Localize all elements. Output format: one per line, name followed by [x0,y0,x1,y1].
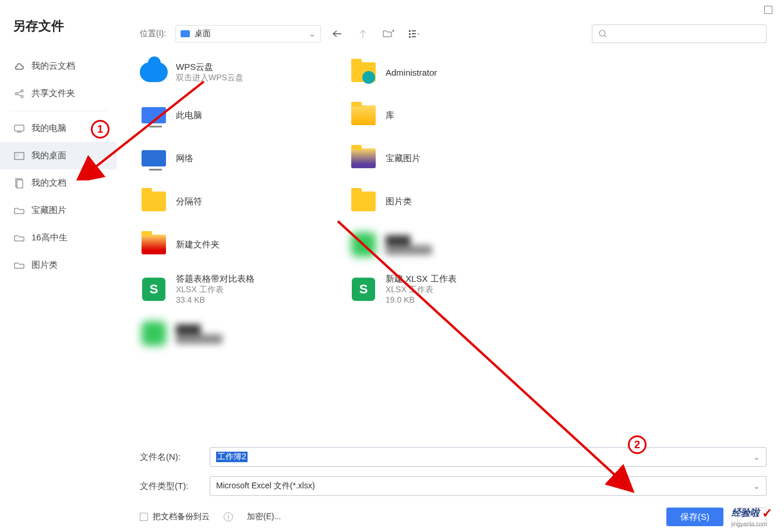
annotation-marker-2: 2 [628,435,647,454]
toolbar: 位置(I): 桌面 ⌄ [116,0,767,55]
file-item-fengefu[interactable]: 分隔符 [140,184,349,219]
documents-icon [14,178,24,189]
cloud-icon [14,61,24,72]
dialog-title: 另存文件 [0,12,116,52]
save-button[interactable]: 保存(S) [666,508,723,526]
xlsx-icon: S [140,275,168,303]
file-list: WPS云盘双击进入WPS云盘 Administrator 此电脑 库 网络 [116,55,767,447]
file-item-blurred[interactable]: ████████████ [349,227,559,262]
file-item-newfolder[interactable]: 新建文件夹 [140,227,349,262]
svg-point-6 [18,154,19,154]
file-item-network[interactable]: 网络 [140,141,349,176]
sidebar-item-label: 我的电脑 [31,123,66,134]
svg-point-0 [15,93,17,95]
up-button[interactable] [354,26,372,42]
file-item-tupian[interactable]: 图片类 [349,184,559,219]
filetype-select[interactable]: Microsoft Excel 文件(*.xlsx) ⌄ [210,476,767,496]
chevron-down-icon[interactable]: ⌄ [753,452,760,462]
app-icon [349,230,377,258]
library-icon [349,101,377,129]
window-controls [764,6,772,14]
folder-icon [349,187,377,215]
network-icon [140,144,168,172]
svg-rect-13 [409,36,411,38]
sidebar-item-label: 宝藏图片 [31,205,66,216]
folder-icon [14,260,24,271]
svg-rect-3 [15,125,24,131]
location-label: 位置(I): [140,29,166,39]
svg-rect-12 [409,33,411,35]
user-folder-icon [349,58,377,86]
sidebar-item-label: 我的文档 [31,178,66,189]
bottom-bar: 把文档备份到云 i 加密(E)... 保存(S) [116,505,767,532]
sidebar-item-label: 我的桌面 [31,150,66,161]
filename-label: 文件名(N): [140,452,198,463]
xlsx-icon: S [349,275,377,303]
file-item-administrator[interactable]: Administrator [349,55,559,90]
folder-icon [349,144,377,172]
watermark-logo: 经验啦 ✓ jingyanla.com [732,506,772,527]
filetype-label: 文件类型(T): [140,481,198,492]
file-item-thispc[interactable]: 此电脑 [140,98,349,133]
svg-point-5 [16,154,17,154]
sidebar-item-documents[interactable]: 我的文档 [0,169,116,197]
info-icon[interactable]: i [224,512,233,522]
square-icon[interactable] [764,6,772,14]
annotation-marker-1: 1 [91,120,110,139]
sidebar-item-cloud-docs[interactable]: 我的云文档 [0,52,116,80]
svg-point-1 [21,90,23,92]
backup-label: 把文档备份到云 [153,512,210,522]
filename-input[interactable]: 工作簿2 ⌄ [210,447,767,467]
sidebar-item-tupian[interactable]: 图片类 [0,251,116,279]
folder-icon [14,205,24,216]
svg-rect-11 [409,30,411,32]
back-button[interactable] [328,26,347,42]
svg-rect-10 [17,180,23,188]
search-icon [598,29,608,38]
save-form: 文件名(N): 工作簿2 ⌄ 文件类型(T): Microsoft Excel … [116,447,767,505]
backup-checkbox[interactable] [140,513,148,521]
file-item-dati[interactable]: S 答题表格带对比表格XLSX 工作表33.4 KB [140,270,349,308]
file-item-newxlsx[interactable]: S 新建 XLSX 工作表XLSX 工作表19.0 KB [349,270,559,308]
location-select[interactable]: 桌面 ⌄ [175,25,321,42]
svg-point-7 [16,155,17,156]
view-button[interactable] [405,26,423,42]
sidebar-item-desktop[interactable]: 我的桌面 [0,142,116,169]
sidebar-item-baozang[interactable]: 宝藏图片 [0,197,116,224]
desktop-icon [14,151,24,161]
sidebar-item-label: 16高中生 [31,232,68,243]
file-item-library[interactable]: 库 [349,98,559,133]
sidebar-item-label: 图片类 [31,260,58,271]
search-input[interactable] [592,24,767,43]
folder-icon [14,233,24,243]
app-icon [140,320,168,347]
file-item-blurred[interactable]: ████████████ [140,316,349,351]
svg-rect-4 [15,152,24,159]
folder-icon [140,230,168,258]
new-folder-button[interactable] [379,26,398,42]
sidebar-item-shared[interactable]: 共享文件夹 [0,80,116,107]
svg-point-8 [18,155,19,156]
desktop-icon [181,30,190,37]
pc-icon [140,101,168,129]
computer-icon [14,123,24,134]
svg-point-2 [21,95,23,98]
file-item-baozang[interactable]: 宝藏图片 [349,141,559,176]
sidebar-item-label: 我的云文档 [31,61,75,72]
chevron-down-icon: ⌄ [309,29,316,38]
sidebar: 另存文件 我的云文档 共享文件夹 我的电脑 我的桌面 我的文档 宝藏图片 [0,0,116,532]
file-item-wpscloud[interactable]: WPS云盘双击进入WPS云盘 [140,55,349,90]
folder-icon [140,187,168,215]
sidebar-item-label: 共享文件夹 [31,88,75,99]
encrypt-button[interactable]: 加密(E)... [247,512,281,522]
sidebar-item-16[interactable]: 16高中生 [0,224,116,251]
svg-point-14 [599,30,605,36]
share-icon [14,88,24,99]
chevron-down-icon[interactable]: ⌄ [753,481,760,491]
location-value: 桌面 [195,29,211,39]
cloud-drive-icon [140,58,168,86]
